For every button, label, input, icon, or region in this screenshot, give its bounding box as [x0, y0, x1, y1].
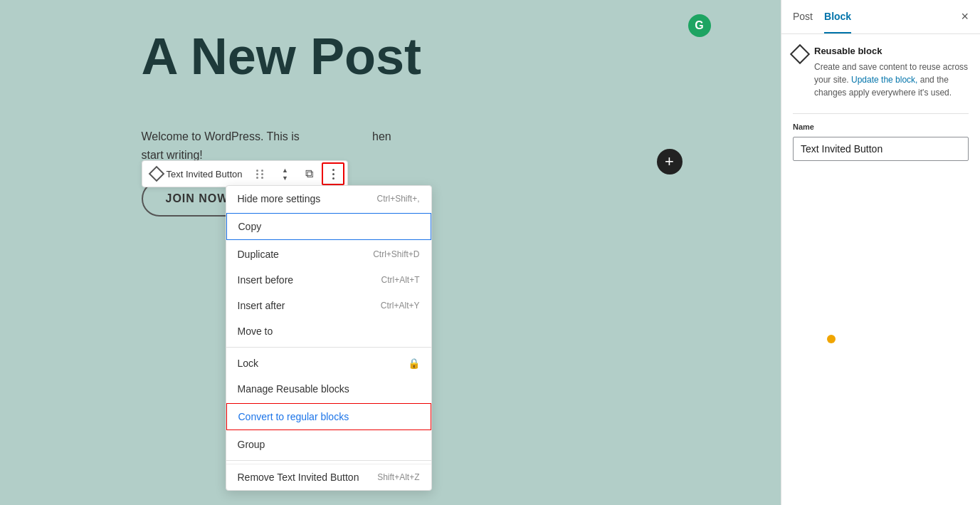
- add-block-button[interactable]: +: [657, 149, 683, 175]
- menu-item-duplicate[interactable]: Duplicate Ctrl+Shift+D: [226, 241, 431, 267]
- menu-item-insert-before[interactable]: Insert before Ctrl+Alt+T: [226, 267, 431, 293]
- block-name-label: Text Invited Button: [167, 169, 243, 179]
- yellow-dot-indicator: [827, 335, 836, 343]
- menu-item-remove[interactable]: Remove Text Invited Button Shift+Alt+Z: [226, 464, 431, 490]
- right-sidebar: Post Block × Reusable block Create and s…: [781, 0, 980, 505]
- drag-handle-button[interactable]: [249, 162, 272, 185]
- lock-icon: 🔒: [408, 358, 420, 369]
- duplicate-button[interactable]: ⧉: [297, 162, 320, 185]
- reusable-block-title: Reusable block: [814, 46, 969, 56]
- block-toolbar: Text Invited Button ▲ ▼ ⧉: [142, 160, 349, 187]
- menu-item-convert[interactable]: Convert to regular blocks: [226, 403, 431, 430]
- move-up-down-button[interactable]: ▲ ▼: [273, 162, 296, 185]
- menu-item-insert-after[interactable]: Insert after Ctrl+Alt+Y: [226, 293, 431, 318]
- tab-post[interactable]: Post: [793, 1, 813, 33]
- reusable-block-section: Reusable block Create and save content t…: [793, 46, 969, 99]
- grammarly-button[interactable]: G: [688, 14, 711, 37]
- drag-handle-icon: [256, 170, 265, 179]
- post-text: Welcome to WordPress. This is hen start …: [142, 127, 640, 164]
- arrow-updown-icon: ▲ ▼: [282, 167, 288, 182]
- sidebar-divider: [793, 113, 969, 114]
- sidebar-header: Post Block ×: [781, 0, 980, 34]
- editor-canvas: A New Post G Text Invited Button ▲ ▼: [142, 28, 640, 217]
- menu-item-lock[interactable]: Lock 🔒: [226, 350, 431, 376]
- name-field-label: Name: [793, 123, 969, 131]
- menu-separator-2: [226, 460, 431, 461]
- name-field-input[interactable]: [793, 137, 969, 161]
- menu-separator-1: [226, 347, 431, 348]
- reusable-block-info: Reusable block Create and save content t…: [814, 46, 969, 99]
- three-dots-icon: [332, 169, 334, 179]
- menu-item-group[interactable]: Group: [226, 432, 431, 457]
- menu-item-manage-reusable[interactable]: Manage Reusable blocks: [226, 376, 431, 402]
- menu-item-move-to[interactable]: Move to: [226, 318, 431, 344]
- post-title[interactable]: A New Post: [142, 28, 640, 85]
- update-block-link[interactable]: Update the block,: [851, 75, 917, 85]
- editor-area: A New Post G Text Invited Button ▲ ▼: [0, 0, 781, 505]
- duplicate-icon: ⧉: [305, 167, 313, 180]
- tab-block[interactable]: Block: [824, 1, 851, 33]
- sidebar-content: Reusable block Create and save content t…: [781, 34, 980, 172]
- diamond-icon: [148, 166, 164, 182]
- more-options-button[interactable]: [322, 162, 344, 185]
- block-type-label: Text Invited Button: [145, 168, 248, 179]
- reusable-block-desc: Create and save content to reuse across …: [814, 61, 969, 99]
- menu-item-copy[interactable]: Copy: [226, 213, 431, 240]
- menu-item-hide-settings[interactable]: Hide more settings Ctrl+Shift+,: [226, 186, 431, 212]
- close-sidebar-button[interactable]: ×: [961, 9, 969, 24]
- context-menu: Hide more settings Ctrl+Shift+, Copy Dup…: [226, 185, 432, 491]
- name-field-group: Name: [793, 123, 969, 161]
- reusable-block-icon: [790, 44, 810, 64]
